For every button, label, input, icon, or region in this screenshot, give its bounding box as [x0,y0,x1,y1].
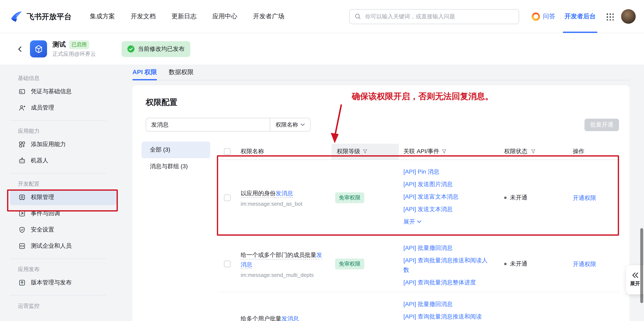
table-row: 给多个用户批量发消息 [API] 批量撤回消息 [API] 查询批量消息推送和阅… [218,292,619,321]
sidebar-item-security[interactable]: 安全设置 [10,222,117,238]
permission-search-group: 权限名称 [146,118,310,132]
col-actions: 操作 [567,144,619,160]
sidebar-item-label: 版本管理与发布 [31,279,72,286]
category-list: 全部 (3) 消息与群组 (3) [142,142,210,321]
main-content: API 权限 数据权限 权限配置 权限名称 [118,64,644,321]
sidebar-divider [10,173,106,174]
sidebar-item-label: 事件与回调 [31,210,60,217]
expand-apis-link[interactable]: 展开 [404,215,493,228]
sidebar-divider [10,295,106,296]
api-link[interactable]: [API] 查询批量消息推送和阅读人数 [404,254,493,276]
section-app-capability: 应用能力 [18,126,118,136]
tab-data-permissions[interactable]: 数据权限 [168,64,194,80]
back-chevron-icon [17,46,23,52]
qa-link[interactable]: 问答 [532,12,555,20]
qa-label: 问答 [543,12,555,20]
api-link[interactable]: [API] 查询批量消息推送和阅读 [404,310,493,321]
console-label: 开发者后台 [564,12,596,20]
search-icon [355,13,361,20]
permission-code: im:message:send_as_bot [240,201,323,207]
api-link[interactable]: [API] 批量撤回消息 [404,298,493,310]
api-link[interactable]: [API] 批量撤回消息 [404,242,493,254]
nav-item-dev-plaza[interactable]: 开发者广场 [253,12,284,20]
sidebar-item-label: 添加应用能力 [31,141,66,148]
col-permission-status: 权限状态 [500,144,567,160]
chevron-down-icon [300,123,305,126]
publish-status-pill: 当前修改均已发布 [122,41,190,57]
primary-nav: 集成方案 开发文档 更新日志 应用中心 开发者广场 [90,12,284,20]
app-subtitle: 正式应用@环界云 [52,50,96,58]
permission-search-input[interactable] [146,118,270,131]
sidebar-item-label: 凭证与基础信息 [31,88,72,95]
global-search-input[interactable] [364,13,514,20]
sidebar-item-permissions[interactable]: 权限管理 [10,190,117,205]
api-link[interactable]: [API] 发送富文本消息 [404,190,493,203]
check-circle-icon [128,46,134,52]
global-search[interactable] [349,9,519,24]
id-card-icon [19,88,26,95]
toolbar: 权限名称 批量开通 [146,118,619,132]
col-related-api: 关联 API/事件 [399,144,500,160]
permission-name[interactable]: 给一个或多个部门的成员批量发消息 [240,250,323,269]
batch-enable-button[interactable]: 批量开通 [584,118,619,131]
enable-permission-link[interactable]: 开通权限 [573,260,596,267]
row-checkbox[interactable] [224,194,230,201]
app-status-badge: 已启用 [69,40,89,49]
avatar[interactable] [621,9,636,24]
section-dev-config: 开发配置 [18,180,118,188]
filter-icon[interactable] [442,149,447,154]
apps-grid-icon[interactable] [606,12,614,20]
robot-icon [19,158,26,164]
filter-icon[interactable] [362,149,368,154]
nav-item-app-center[interactable]: 应用中心 [212,12,237,20]
sidebar-item-label: 安全设置 [31,226,54,234]
sidebar-item-bot[interactable]: 机器人 [10,153,117,168]
feishu-logo-icon [10,10,22,23]
cube-icon [34,44,44,54]
sidebar-item-credentials[interactable]: 凭证与基础信息 [10,84,117,100]
filter-icon[interactable] [531,149,536,154]
sidebar-item-test-enterprise[interactable]: 测试企业和人员 [10,238,117,254]
vertical-scrollbar[interactable] [640,228,643,303]
top-navigation: 飞书开放平台 集成方案 开发文档 更新日志 应用中心 开发者广场 问答 开发者后… [0,0,644,33]
brand[interactable]: 飞书开放平台 [10,10,72,23]
sidebar-item-events[interactable]: 事件与回调 [10,206,117,222]
user-plus-icon [19,104,26,111]
brand-name: 飞书开放平台 [27,12,72,22]
sidebar-item-members[interactable]: 成员管理 [10,100,117,116]
api-link[interactable]: [API] 发送图片消息 [404,178,493,190]
api-link[interactable]: [API] 发送文本消息 [404,203,493,215]
search-field-select[interactable]: 权限名称 [270,118,310,131]
category-im-group[interactable]: 消息与群组 (3) [142,158,210,175]
app-name: 测试 [52,41,66,48]
nav-item-changelog[interactable]: 更新日志 [172,12,196,20]
nav-item-docs[interactable]: 开发文档 [131,12,156,20]
publish-status-text: 当前修改均已发布 [138,45,184,53]
sidebar-item-add-capability[interactable]: 添加应用能力 [10,136,117,152]
table-area: 全部 (3) 消息与群组 (3) 权限名称 权限等级 [142,142,619,321]
sidebar: 基础信息 凭证与基础信息 成员管理 应用能力 [0,64,118,321]
sidebar-item-label: 成员管理 [31,104,54,112]
sidebar-divider [10,258,106,259]
status-text: 未开通 [510,260,528,268]
safe-icon [19,194,26,201]
category-all[interactable]: 全部 (3) [142,142,210,158]
page: 飞书开放平台 集成方案 开发文档 更新日志 应用中心 开发者广场 问答 开发者后… [0,0,644,321]
enable-permission-link[interactable]: 开通权限 [573,194,596,201]
api-link[interactable]: [API] Pin 消息 [404,165,493,178]
tab-api-permissions[interactable]: API 权限 [132,64,157,80]
select-all-checkbox[interactable] [224,148,230,155]
section-ops-monitoring: 运营监控 [18,302,118,310]
permission-card: 权限配置 权限名称 批量开通 全 [132,85,630,321]
workspace: 基础信息 凭证与基础信息 成员管理 应用能力 [0,64,644,321]
sidebar-item-version-release[interactable]: 版本管理与发布 [10,275,117,290]
row-checkbox[interactable] [224,261,230,267]
console-link[interactable]: 开发者后台 [564,0,596,33]
app-icon [30,40,47,58]
permission-name[interactable]: 以应用的身份发消息 [240,188,323,198]
back-button[interactable] [17,46,23,52]
permission-name[interactable]: 给多个用户批量发消息 [240,314,323,321]
api-link[interactable]: [API] 查询批量消息整体进度 [404,276,493,288]
section-basic-info: 基础信息 [18,74,118,83]
nav-item-integration[interactable]: 集成方案 [90,12,115,20]
